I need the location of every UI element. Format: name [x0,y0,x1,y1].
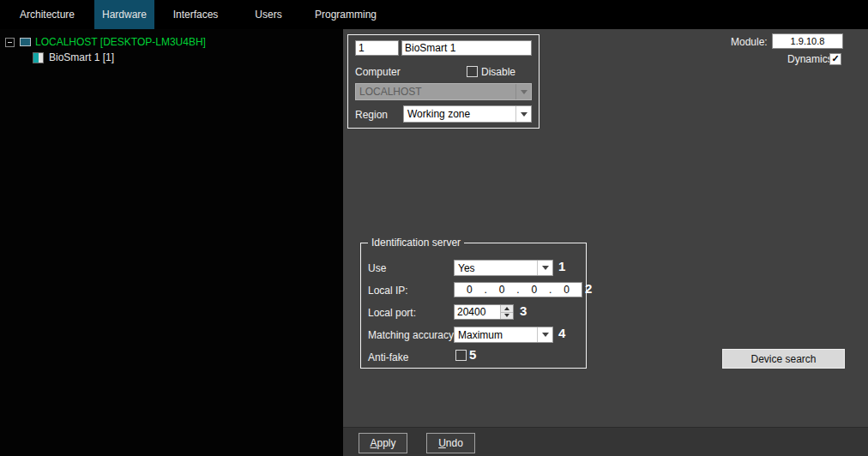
computer-select: LOCALHOST [355,83,532,100]
matching-accuracy-label: Matching accuracy [368,329,454,341]
spin-down-icon[interactable] [501,312,513,320]
device-identity-group: Computer Disable LOCALHOST Region Workin… [347,34,539,129]
chevron-down-icon[interactable] [537,261,552,275]
local-port-value[interactable]: 20400 [455,305,500,319]
local-port-spinner[interactable]: 20400 [454,304,514,320]
dynamics-checkbox[interactable]: ✓ [829,53,841,65]
tab-users[interactable]: Users [237,0,300,29]
app-window: Architecture Hardware Interfaces Users P… [0,0,868,456]
computer-select-value: LOCALHOST [356,86,515,98]
top-tab-bar: Architecture Hardware Interfaces Users P… [0,0,868,29]
spin-up-icon[interactable] [501,305,513,312]
device-search-label: Device search [750,353,816,365]
device-settings-pane: Computer Disable LOCALHOST Region Workin… [343,29,868,427]
undo-label: Undo [438,437,463,449]
module-label: Module: [731,36,768,48]
device-search-button[interactable]: Device search [722,349,845,369]
device-id-input[interactable] [355,40,399,56]
ip-octet-4[interactable]: 0 [564,284,570,296]
annotation-2: 2 [585,281,592,296]
chevron-down-icon [515,84,531,99]
anti-fake-checkbox[interactable] [455,350,467,361]
module-version-field: 1.9.10.8 [772,33,843,49]
annotation-4: 4 [558,326,565,340]
biosmart-device-icon [33,52,44,63]
matching-accuracy-select[interactable]: Maximum [454,327,553,343]
tab-architecture[interactable]: Architecture [0,0,94,29]
tab-interfaces[interactable]: Interfaces [154,0,237,29]
disable-checkbox[interactable] [467,66,478,77]
ip-dot: . [549,284,552,296]
use-select-value: Yes [455,262,537,274]
check-icon: ✓ [831,53,839,63]
footer-action-bar: Apply Undo [343,427,868,456]
disable-label: Disable [481,66,515,78]
chevron-down-icon[interactable] [515,106,531,122]
apply-label: Apply [370,437,395,449]
chevron-down-icon[interactable] [537,327,552,342]
use-label: Use [368,262,386,274]
ip-octet-1[interactable]: 0 [467,284,473,296]
tab-hardware[interactable]: Hardware [94,0,154,29]
ip-octet-3[interactable]: 0 [532,284,538,296]
region-label: Region [355,109,388,121]
annotation-1: 1 [558,259,565,273]
matching-accuracy-value: Maximum [455,329,537,341]
annotation-5: 5 [469,347,476,362]
local-ip-input[interactable]: 0 . 0 . 0 . 0 [454,282,582,297]
computer-label: Computer [355,66,401,78]
identification-server-title: Identification server [368,237,464,249]
device-tree-panel: LOCALHOST [DESKTOP-LM3U4BH] BioSmart 1 [… [0,29,343,456]
tab-programming[interactable]: Programming [300,0,391,29]
apply-button[interactable]: Apply [359,433,407,453]
undo-button[interactable]: Undo [426,433,475,453]
device-name-input[interactable] [401,40,532,56]
computer-icon [20,38,31,46]
tree-device-label: BioSmart 1 [1] [49,51,114,63]
collapse-minus-icon[interactable] [5,38,15,47]
region-select[interactable]: Working zone [403,105,532,123]
ip-dot: . [484,284,486,296]
annotation-3: 3 [520,303,527,318]
anti-fake-label: Anti-fake [368,351,408,363]
local-ip-label: Local IP: [368,285,408,297]
ip-octet-2[interactable]: 0 [499,284,505,296]
tree-node-biosmart[interactable]: BioSmart 1 [1] [33,51,114,63]
dynamics-label: Dynamics [787,53,833,65]
tree-node-localhost[interactable]: LOCALHOST [DESKTOP-LM3U4BH] [5,36,206,48]
tree-root-label: LOCALHOST [DESKTOP-LM3U4BH] [35,36,206,48]
local-port-label: Local port: [368,307,416,319]
identification-server-group: Identification server Use Yes 1 Local IP… [360,243,587,369]
use-select[interactable]: Yes [454,260,553,276]
region-select-value: Working zone [404,108,515,120]
ip-dot: . [516,284,519,296]
